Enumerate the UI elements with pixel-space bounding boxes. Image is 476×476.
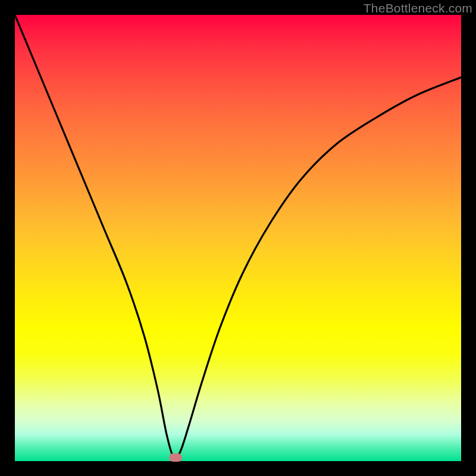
plot-area <box>15 15 461 461</box>
watermark-label: TheBottleneck.com <box>364 1 472 15</box>
chart-frame: TheBottleneck.com <box>0 0 476 476</box>
optimal-point-marker <box>169 453 182 462</box>
bottleneck-curve <box>15 15 461 461</box>
